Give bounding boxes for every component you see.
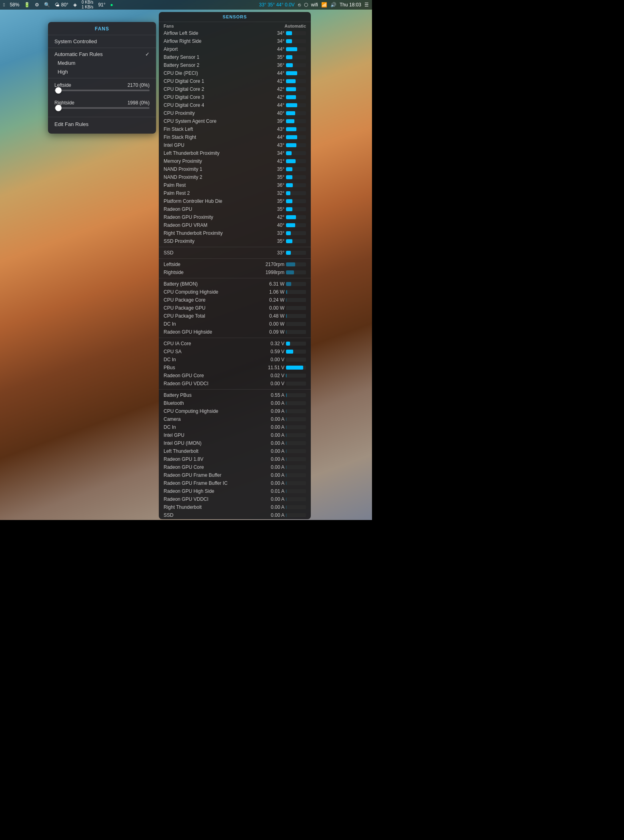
sensor-name: CPU Computing Highside (164, 289, 268, 295)
temp-sensor-row: Right Thunderbolt Proximity 33° (159, 229, 311, 237)
fans-panel-title: FANS (48, 26, 156, 35)
sensor-bar (286, 159, 306, 163)
rightside-slider-track[interactable] (54, 107, 150, 109)
sensor-name: CPU Digital Core 1 (164, 78, 268, 84)
sensor-value: 0.00 A (268, 416, 284, 422)
sensor-value: 39° (268, 118, 284, 124)
sensor-value: 11.51 V (268, 365, 284, 370)
power-sensor-row: Radeon GPU Highside 0.09 W (159, 328, 311, 336)
temp-sensor-row: Battery Sensor 2 36° (159, 61, 311, 69)
sensor-value: 44° (268, 134, 284, 140)
sensor-value: 0.00 A (268, 472, 284, 478)
current-sensor-row: Radeon GPU VDDCI 0.00 A (159, 495, 311, 503)
power-sensor-row: Battery (BMON) 6.31 W (159, 280, 311, 288)
ssd-row: SSD 33° (159, 249, 311, 257)
sensor-value: 1.06 W (268, 289, 284, 295)
sensor-value: 34° (268, 150, 284, 156)
sensor-bar (286, 358, 306, 362)
temp-sensor-row: CPU Proximity 40° (159, 109, 311, 117)
sensor-value: 0.01 A (268, 488, 284, 494)
weather-icon: 🌤 80° (55, 2, 68, 8)
power-sensor-row: DC In 0.00 W (159, 320, 311, 328)
current-sensor-row: DC In 0.00 A (159, 423, 311, 431)
activity-icon[interactable]: ◈ (73, 2, 77, 8)
power-sensors-list: Battery (BMON) 6.31 W CPU Computing High… (159, 280, 311, 336)
sensor-name: Left Thunderbolt Proximity (164, 150, 268, 156)
sensor-name: Battery Sensor 1 (164, 54, 268, 60)
sensor-value: 0.00 A (268, 512, 284, 518)
ssd-label: SSD (164, 250, 268, 256)
sensor-value: 0.24 W (268, 297, 284, 303)
sensor-bar (286, 199, 306, 203)
cast-icon[interactable]: ⬡ (304, 2, 308, 8)
rightside-slider-thumb[interactable] (55, 105, 62, 111)
current-sensor-row: Radeon GPU High Side 0.01 A (159, 487, 311, 495)
airplay-icon[interactable]: ⎋ (298, 2, 301, 8)
sensor-name: Palm Rest (164, 182, 268, 188)
sensor-name: Battery (BMON) (164, 281, 268, 287)
current-sensor-row: Bluetooth 0.00 A (159, 399, 311, 407)
sensor-value: 40° (268, 222, 284, 228)
sensor-bar (286, 175, 306, 179)
sensor-value: 0.00 A (268, 464, 284, 470)
sensor-bar (286, 167, 306, 171)
fans-auto-label: Automatic (284, 24, 306, 28)
sensor-bar (286, 366, 306, 370)
sensor-bar (286, 298, 306, 302)
sensor-bar (286, 95, 306, 99)
notification-icon[interactable]: 📶 (321, 2, 327, 8)
current-sensor-row: Left Thunderbolt 0.00 A (159, 447, 311, 455)
system-controlled-item[interactable]: System Controlled (48, 37, 156, 46)
wifi-icon[interactable]: wifi (311, 2, 318, 8)
sensor-value: 0.00 A (268, 424, 284, 430)
temp-sensor-row: CPU System Agent Core 39° (159, 117, 311, 125)
sensor-name: Fin Stack Left (164, 126, 268, 132)
current-sensor-row: Radeon GPU Frame Buffer 0.00 A (159, 471, 311, 479)
medium-item[interactable]: Medium (48, 59, 156, 68)
sensor-value: 0.48 W (268, 313, 284, 319)
sensor-value: 35° (268, 198, 284, 204)
sensor-bar (286, 270, 306, 274)
sensor-value: 35° (268, 166, 284, 172)
sensor-name: CPU Package Core (164, 297, 268, 303)
current-sensor-row: Intel GPU 0.00 A (159, 431, 311, 439)
sensor-name: NAND Proximity 1 (164, 166, 268, 172)
search-icon[interactable]: 🔍 (44, 2, 50, 8)
sensor-bar (286, 223, 306, 227)
high-item[interactable]: High (48, 68, 156, 76)
current-divider (159, 389, 311, 390)
current-sensor-row: SSD 0.00 A (159, 511, 311, 519)
sensor-name: Radeon GPU VRAM (164, 222, 268, 228)
apple-menu[interactable]:  (3, 2, 5, 8)
rightside-value: 1998 (0%) (128, 100, 150, 106)
edit-fan-rules-item[interactable]: Edit Fan Rules (48, 119, 156, 130)
voltage-sensors-list: CPU IA Core 0.32 V CPU SA 0.59 V DC In 0… (159, 340, 311, 388)
sensor-name: Battery Sensor 2 (164, 62, 268, 68)
sensor-name: Airport (164, 46, 268, 52)
sensor-value: 0.32 V (268, 341, 284, 346)
sensor-bar (286, 290, 306, 294)
sensor-bar (286, 111, 306, 115)
power-sensor-row: CPU Package Total 0.48 W (159, 312, 311, 320)
leftside-slider-track[interactable] (54, 90, 150, 91)
temp-sensor-row: Radeon GPU VRAM 40° (159, 221, 311, 229)
sensor-value: 34° (268, 38, 284, 44)
sensor-name: Palm Rest 2 (164, 190, 268, 196)
notification-center-icon[interactable]: ☰ (364, 2, 369, 8)
current-sensor-row: Right Thunderbolt 0.00 A (159, 503, 311, 511)
temp-sensor-row: NAND Proximity 2 35° (159, 173, 311, 181)
sensor-bar (286, 425, 306, 429)
sensor-name: Radeon GPU VDDCI (164, 496, 268, 502)
voltage-sensor-row: CPU SA 0.59 V (159, 348, 311, 356)
sensor-value: 41° (268, 78, 284, 84)
sensor-bar (286, 382, 306, 386)
sensor-name: CPU Digital Core 2 (164, 86, 268, 92)
volume-icon[interactable]: 🔊 (330, 2, 336, 8)
temp-sensor-row: Battery Sensor 1 35° (159, 53, 311, 61)
sensor-value: 35° (268, 54, 284, 60)
sensor-name: DC In (164, 321, 268, 327)
leftside-slider-section: Leftside 2170 (0%) (48, 80, 156, 98)
stats-icon[interactable]: ⚙ (35, 2, 39, 8)
automatic-fan-rules-item[interactable]: Automatic Fan Rules ✓ (48, 50, 156, 59)
leftside-slider-thumb[interactable] (55, 87, 62, 94)
